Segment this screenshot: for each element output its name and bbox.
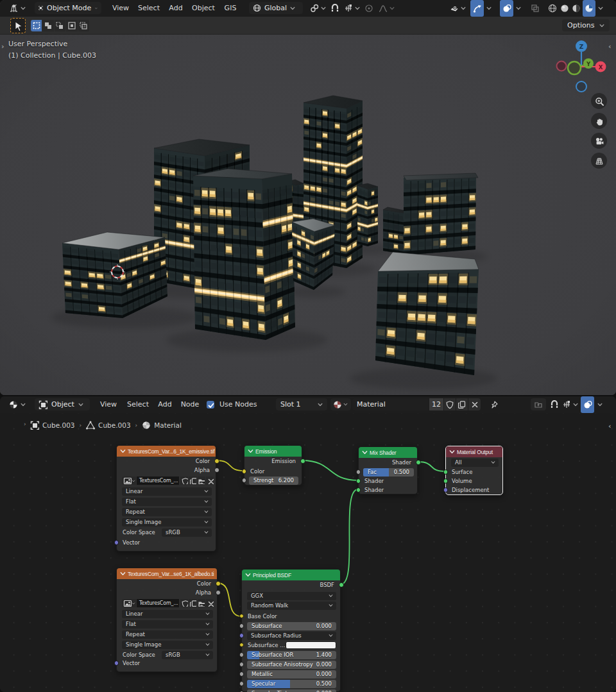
socket-in-volume[interactable]	[443, 478, 449, 484]
material-name-field[interactable]: Material	[352, 398, 429, 410]
node-overlays-button[interactable]	[581, 396, 594, 413]
snap-toggle-button[interactable]	[329, 0, 341, 17]
socket-in-vector[interactable]	[114, 661, 119, 666]
node-header[interactable]: TexturesCom_Var...6_1K_emissive.tif	[117, 446, 216, 457]
axis-z-neg[interactable]	[576, 81, 586, 92]
socket-in-subsurface-anisotropy[interactable]	[239, 662, 244, 667]
menu-object[interactable]: Object	[187, 0, 219, 17]
node-header[interactable]: Principled BSDF	[242, 570, 340, 580]
socket-out-alpha[interactable]	[216, 590, 221, 595]
editor-type-button[interactable]	[5, 0, 30, 17]
object-visibility-button[interactable]	[448, 0, 467, 17]
slider-strengt[interactable]: Strengt6.200	[249, 477, 298, 485]
slot-selector[interactable]: Slot 1	[276, 398, 327, 410]
material-users-count[interactable]: 12	[429, 398, 443, 410]
select-repeat[interactable]: Repeat	[122, 508, 212, 516]
active-tool-select-box[interactable]	[10, 18, 26, 33]
select-mode-subtract[interactable]	[55, 20, 65, 31]
unlink-material-button[interactable]	[468, 398, 481, 410]
camera-view-button[interactable]	[591, 133, 607, 149]
node-tex-emissive[interactable]: TexturesCom_Var...6_1K_emissive.tifColor…	[116, 445, 216, 552]
fake-user-button[interactable]	[444, 398, 456, 410]
node-link[interactable]	[216, 460, 244, 471]
orthographic-grid-button[interactable]	[591, 153, 607, 169]
xray-toggle-button[interactable]	[529, 0, 542, 17]
new-material-button[interactable]	[456, 398, 468, 410]
axis-z[interactable]: Z	[576, 40, 587, 52]
node-emission[interactable]: EmissionEmissionColorStrengt6.200	[244, 445, 302, 485]
socket-in-shader[interactable]	[356, 487, 361, 493]
select-all[interactable]: All	[451, 459, 499, 467]
options-dropdown[interactable]: Options	[562, 19, 610, 31]
viewport-canvas[interactable]: ZYX User Perspective (1) Collection | Cu…	[0, 35, 616, 395]
socket-out-color[interactable]	[216, 581, 221, 586]
select-linear[interactable]: Linear	[122, 610, 213, 618]
axis-x-neg[interactable]	[557, 62, 567, 71]
sidebar-toggle-chevron[interactable]: ‹	[608, 42, 612, 51]
node-menu-select[interactable]: Select	[123, 396, 153, 413]
node-overlays-chevron[interactable]	[596, 396, 604, 413]
select-srgb[interactable]: sRGB	[162, 651, 213, 659]
node-sidebar-toggle-chevron[interactable]: ‹	[608, 422, 612, 430]
node-header[interactable]: TexturesCom_Var...se6_1K_albedo.ti	[117, 568, 217, 579]
socket-out-emission[interactable]	[300, 459, 305, 464]
socket-in-specular[interactable]	[239, 681, 244, 686]
slider-specular-tint[interactable]: Specular Tint0.000	[247, 689, 336, 692]
node-header[interactable]: Emission	[244, 446, 302, 457]
socket-in-strength[interactable]	[242, 478, 247, 483]
node-link[interactable]	[218, 583, 241, 616]
image-browse-button[interactable]	[122, 599, 136, 607]
select-mode-invert[interactable]	[66, 20, 77, 31]
select-random-walk[interactable]: Random Walk	[247, 602, 336, 610]
pivot-point-button[interactable]	[307, 0, 328, 17]
shading-solid-button[interactable]	[559, 0, 570, 17]
socket-in-subsurface-color[interactable]	[239, 643, 244, 648]
node-snap-button[interactable]	[549, 396, 560, 413]
go-parent-button[interactable]	[531, 398, 546, 410]
socket-in-base-color[interactable]	[239, 614, 244, 619]
select-srgb[interactable]: sRGB	[162, 528, 212, 537]
gizmos-toggle-button[interactable]	[470, 0, 484, 17]
breadcrumb-item-1[interactable]: Cube.003	[86, 421, 131, 430]
image-name-field[interactable]: TexturesCom_...	[137, 599, 179, 607]
image-unpack-button[interactable]	[198, 599, 205, 607]
node-link[interactable]	[418, 462, 445, 471]
node-mix-shader[interactable]: Mix ShaderShaderFac0.500ShaderShader	[358, 446, 418, 494]
shading-dropdown-chevron[interactable]	[597, 0, 604, 17]
select-flat[interactable]: Flat	[122, 620, 213, 629]
socket-out-shader[interactable]	[416, 460, 421, 465]
select-mode-extend[interactable]	[42, 20, 53, 31]
zoom-button[interactable]	[591, 93, 607, 109]
node-tex-albedo[interactable]: TexturesCom_Var...se6_1K_albedo.tiColorA…	[116, 568, 218, 672]
node-principled-bsdf[interactable]: Principled BSDFBSDFGGXRandom WalkBase Co…	[241, 569, 341, 692]
node-menu-add[interactable]: Add	[155, 396, 175, 413]
axis-y[interactable]: Y	[583, 58, 594, 69]
axis-y-neg[interactable]	[568, 62, 581, 74]
pan-hand-button[interactable]	[591, 113, 607, 129]
image-copy-button[interactable]	[189, 477, 196, 485]
socket-in-subsurface-ior[interactable]	[239, 652, 244, 657]
select-single-image[interactable]: Single Image	[122, 518, 212, 527]
shader-type-selector[interactable]: Object	[35, 398, 90, 410]
image-copy-button[interactable]	[189, 599, 196, 607]
proportional-editing-button[interactable]	[363, 0, 375, 17]
mode-selector[interactable]: Object Mode	[35, 2, 101, 14]
socket-in-shader[interactable]	[356, 478, 361, 484]
shading-material-button[interactable]	[570, 0, 582, 17]
breadcrumb-collapse-chevron[interactable]: ›	[24, 421, 26, 427]
select-ggx[interactable]: GGX	[247, 592, 336, 600]
breadcrumb-item-2[interactable]: Material	[142, 421, 182, 430]
breadcrumb-item-0[interactable]: Cube.003	[30, 421, 75, 430]
node-editor-canvas[interactable]: Cube.003›Cube.003›Material› ‹ TexturesCo…	[0, 413, 616, 692]
socket-out-bsdf[interactable]	[339, 582, 344, 587]
toolbar-toggle-chevron[interactable]: ›	[1, 42, 4, 51]
menu-add[interactable]: Add	[166, 0, 186, 17]
socket-in-vector[interactable]	[114, 540, 119, 545]
menu-select[interactable]: Select	[133, 0, 164, 17]
socket-in-subsurface[interactable]	[239, 623, 244, 629]
image-fake-user-button[interactable]	[180, 599, 188, 607]
proportional-falloff-button[interactable]	[376, 0, 397, 17]
image-fake-user-button[interactable]	[180, 477, 188, 485]
socket-in-metallic[interactable]	[239, 671, 244, 677]
transform-orientation-selector[interactable]: Global	[249, 2, 303, 14]
